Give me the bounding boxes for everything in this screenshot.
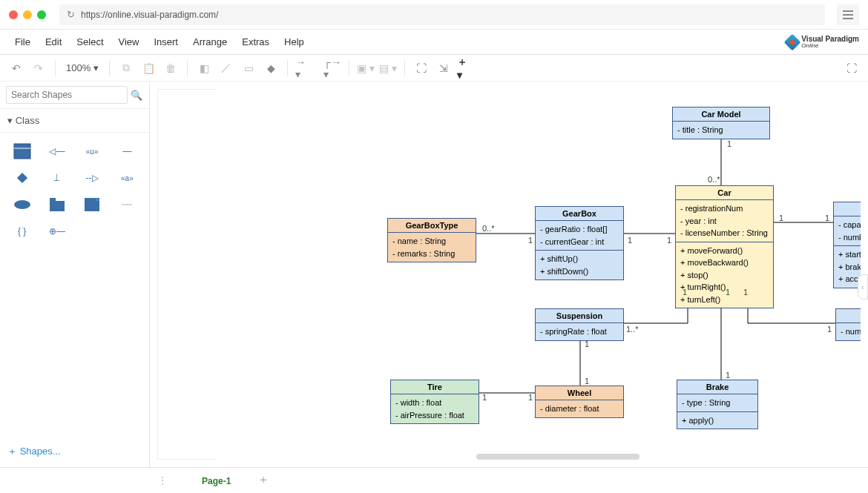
shape-realization[interactable]: ⟘ [42,168,71,188]
fullscreen-icon[interactable]: ⛶ [843,59,861,77]
tab-page-1[interactable]: Page-1 [184,469,249,492]
search-input[interactable] [6,86,128,104]
class-body[interactable]: Body - numberOfDoors : int [835,308,861,341]
class-gearbox[interactable]: GearBox - gearRatio : float[] - currentG… [535,206,624,280]
to-back-icon[interactable]: ▤ ▾ [379,59,397,77]
mult-car-engine-r: 1 [825,214,829,222]
reload-icon[interactable]: ↻ [67,9,75,20]
class-engine[interactable]: Engine - capacity : float - numberOfCyli… [833,202,861,288]
mult-carmodel-1: 1 [727,139,731,148]
menu-edit[interactable]: Edit [39,32,68,52]
palette-section-class[interactable]: ▾ Class [0,109,149,133]
class-tire[interactable]: Tire - width : float - airPressure : flo… [390,380,479,424]
class-car[interactable]: Car - registrationNum - year : int - lic… [675,185,774,308]
line-style-icon[interactable]: ／ [217,59,235,77]
mult-car-susp-l: 1 [683,288,687,297]
class-wheel[interactable]: Wheel - diameter : float [535,386,624,418]
canvas-page: Car Model - title : String 1 0..* Car - … [217,89,861,460]
class-engine-attrs: - capacity : float - numberOfCylinders :… [834,216,861,246]
shape-dashed-line[interactable]: ┄┄ [113,195,142,214]
class-carmodel-title: Car Model [673,107,769,122]
right-panel-handle[interactable]: ‹ [858,274,868,300]
menus: File Edit Select View Insert Arrange Ext… [9,32,310,52]
shape-association[interactable]: — [113,142,142,161]
shape-class-box[interactable] [7,142,36,161]
menu-view[interactable]: View [113,32,145,52]
sidebar: 🔍 ⋮ ▾ Class ◁— «u» — ⟘ --▷ «a» ┄┄ { } ⊕—… [0,82,150,467]
canvas-wrap: Car Model - title : String 1 0..* Car - … [150,82,868,467]
add-page-button[interactable]: ＋ [257,472,269,488]
horizontal-scrollbar[interactable] [476,454,640,460]
menubar: File Edit Select View Insert Arrange Ext… [0,30,868,55]
class-tire-attrs: - width : float - airPressure : float [391,394,479,423]
copy-icon[interactable]: ⧉ [117,59,135,77]
shapes-button[interactable]: ＋ Shapes... [0,436,149,467]
menu-help[interactable]: Help [278,32,310,52]
hamburger-menu-button[interactable] [837,4,859,25]
shape-package[interactable] [42,195,71,214]
menu-insert[interactable]: Insert [148,32,184,52]
class-gearboxtype[interactable]: GearBoxType - name : String - remarks : … [387,218,476,262]
class-wheel-title: Wheel [536,386,623,400]
shape-diamond[interactable] [7,168,36,188]
mult-car-body-l: 1 [743,288,748,297]
shape-abstraction[interactable]: «a» [113,168,142,188]
class-brake-title: Brake [677,380,757,394]
fill-icon[interactable]: ◧ [195,59,213,77]
class-car-title: Car [676,186,773,200]
delete-icon[interactable]: 🗑 [162,59,180,77]
class-gearbox-ops: + shiftUp() + shiftDown() [536,251,623,279]
window-controls [9,10,46,19]
class-gearboxtype-title: GearBoxType [388,219,476,233]
page-options-icon[interactable]: ⋮ [156,474,169,486]
mult-gearbox-type-r: 1 [528,236,533,245]
class-suspension[interactable]: Suspension - springRate : float [535,308,624,341]
mult-car-gearbox-r: 1 [667,236,671,245]
shape-constraint[interactable]: { } [7,222,36,241]
class-suspension-attrs: - springRate : float [536,323,623,340]
shape-note[interactable] [78,195,107,214]
shape-dependency[interactable]: --▷ [78,168,107,188]
mult-wheel-tire-r: 1 [528,393,533,402]
class-carmodel[interactable]: Car Model - title : String [672,107,770,139]
shape-usage[interactable]: «u» [78,142,107,161]
paste-icon[interactable]: 📋 [139,59,157,77]
maximize-window-button[interactable] [37,10,46,19]
menu-extras[interactable]: Extras [236,32,275,52]
zoom-fit-icon[interactable]: ⇲ [435,59,453,77]
class-brake-attrs: - type : String [677,394,757,412]
redo-button[interactable]: ↷ [30,59,47,77]
menu-arrange[interactable]: Arrange [187,32,233,52]
mult-susp-wheel-l: 1 [585,340,589,348]
to-front-icon[interactable]: ▣ ▾ [357,59,375,77]
mult-car-gearbox-l: 1 [628,236,632,245]
shape-generalization[interactable]: ◁— [42,142,71,161]
logo-line2: Online [801,43,859,49]
shape-interface[interactable]: ⊕— [42,222,71,241]
shape-ellipse[interactable] [7,195,36,214]
logo-line1: Visual Paradigm [801,36,859,43]
menu-select[interactable]: Select [70,32,109,52]
mult-wheel-tire-l: 1 [482,393,487,402]
connector-icon[interactable]: → ▾ [295,59,313,77]
menu-file[interactable]: File [9,32,36,52]
chevron-down-icon: ▾ [93,62,99,73]
fit-icon[interactable]: ⛶ [412,59,430,77]
styles-icon[interactable]: ◆ [262,59,280,77]
zoom-dropdown[interactable]: 100% ▾ [63,62,102,73]
undo-button[interactable]: ↶ [7,59,25,77]
class-engine-ops: + start() + brake() + accelerate() [834,246,861,288]
add-icon[interactable]: ＋ ▾ [457,59,475,77]
class-gearbox-attrs: - gearRatio : float[] - currentGear : in… [536,221,623,251]
waypoint-icon[interactable]: ┌→ ▾ [323,59,341,77]
search-icon[interactable]: 🔍 [131,90,142,101]
class-brake[interactable]: Brake - type : String + apply() [677,380,758,429]
close-window-button[interactable] [9,10,18,19]
minimize-window-button[interactable] [23,10,32,19]
class-gearbox-title: GearBox [536,207,623,221]
shape-icon[interactable]: ▭ [240,59,257,77]
canvas[interactable]: Car Model - title : String 1 0..* Car - … [157,89,861,460]
class-carmodel-attrs: - title : String [673,122,769,139]
url-bar[interactable]: ↻ https://online.visual-paradigm.com/ [59,4,825,25]
mult-susp-wheel-r: 1 [585,377,589,386]
